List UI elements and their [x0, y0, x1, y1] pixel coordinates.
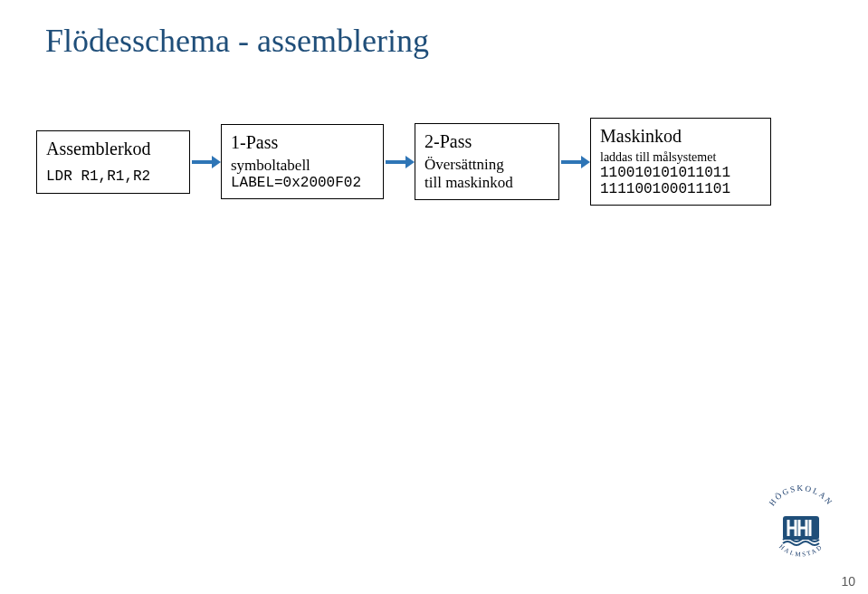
- svg-marker-5: [581, 156, 590, 168]
- university-logo: HÖGSKOLAN HALMSTAD: [759, 485, 843, 569]
- box-head: Assemblerkod: [46, 139, 180, 159]
- svg-marker-1: [212, 156, 221, 168]
- box-sub: 111100100011101: [600, 181, 761, 197]
- arrow-icon: [384, 153, 415, 171]
- box-2pass: 2-Pass Översättning till maskinkod: [415, 123, 559, 200]
- arrow-icon: [559, 153, 590, 171]
- box-sub: LABEL=0x2000F02: [231, 175, 374, 191]
- arrow-icon: [190, 153, 221, 171]
- box-sub: 110010101011011: [600, 165, 761, 181]
- box-sub: symboltabell: [231, 157, 374, 175]
- logo-bottom-text: HALMSTAD: [777, 543, 825, 559]
- box-head: 2-Pass: [424, 131, 549, 152]
- box-head: 1-Pass: [231, 132, 374, 153]
- svg-text:HALMSTAD: HALMSTAD: [777, 543, 825, 559]
- box-assemblerkod: Assemblerkod LDR R1,R1,R2: [36, 130, 190, 194]
- svg-text:HÖGSKOLAN: HÖGSKOLAN: [768, 485, 835, 508]
- svg-marker-3: [405, 156, 415, 168]
- box-sub: LDR R1,R1,R2: [46, 168, 180, 185]
- logo-top-text: HÖGSKOLAN: [768, 485, 835, 508]
- box-maskinkod: Maskinkod laddas till målsystemet 110010…: [590, 118, 771, 206]
- box-sub: laddas till målsystemet: [600, 150, 761, 165]
- box-sub: till maskinkod: [424, 174, 549, 192]
- box-1pass: 1-Pass symboltabell LABEL=0x2000F02: [221, 124, 384, 199]
- page-number: 10: [841, 574, 855, 589]
- box-sub: Översättning: [424, 156, 549, 174]
- flow-diagram: Assemblerkod LDR R1,R1,R2 1-Pass symbolt…: [36, 118, 771, 206]
- slide-title: Flödesschema - assemblering: [45, 22, 429, 60]
- box-head: Maskinkod: [600, 126, 761, 147]
